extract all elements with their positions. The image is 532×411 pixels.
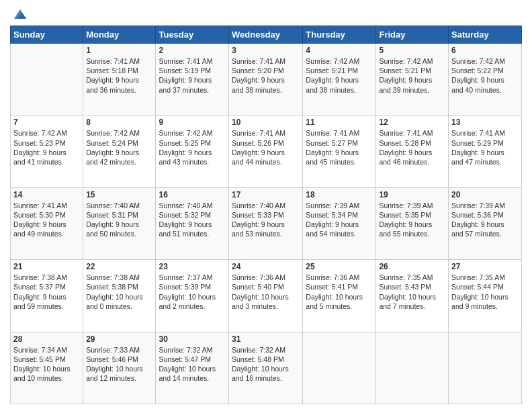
calendar-header-row: SundayMondayTuesdayWednesdayThursdayFrid… bbox=[11, 26, 522, 44]
calendar-cell: 20Sunrise: 7:39 AM Sunset: 5:36 PM Dayli… bbox=[449, 187, 522, 259]
day-number: 19 bbox=[379, 190, 445, 199]
calendar-cell: 13Sunrise: 7:41 AM Sunset: 5:29 PM Dayli… bbox=[449, 116, 522, 187]
day-info: Sunrise: 7:33 AM Sunset: 5:46 PM Dayligh… bbox=[86, 345, 152, 383]
calendar-week-row: 28Sunrise: 7:34 AM Sunset: 5:45 PM Dayli… bbox=[11, 332, 522, 404]
day-info: Sunrise: 7:41 AM Sunset: 5:18 PM Dayligh… bbox=[86, 56, 152, 95]
day-info: Sunrise: 7:32 AM Sunset: 5:47 PM Dayligh… bbox=[159, 345, 226, 383]
calendar-cell: 16Sunrise: 7:40 AM Sunset: 5:32 PM Dayli… bbox=[156, 187, 229, 259]
day-number: 3 bbox=[232, 46, 300, 55]
calendar-cell bbox=[376, 332, 449, 404]
calendar-cell bbox=[303, 332, 376, 404]
day-info: Sunrise: 7:42 AM Sunset: 5:24 PM Dayligh… bbox=[86, 128, 152, 167]
day-number: 14 bbox=[13, 190, 80, 199]
calendar-day-header: Sunday bbox=[11, 26, 83, 44]
day-number: 24 bbox=[232, 262, 300, 271]
calendar-cell: 3Sunrise: 7:41 AM Sunset: 5:20 PM Daylig… bbox=[229, 44, 303, 116]
day-info: Sunrise: 7:34 AM Sunset: 5:45 PM Dayligh… bbox=[13, 345, 80, 383]
day-info: Sunrise: 7:41 AM Sunset: 5:30 PM Dayligh… bbox=[13, 201, 80, 239]
calendar-cell: 21Sunrise: 7:38 AM Sunset: 5:37 PM Dayli… bbox=[11, 260, 83, 332]
calendar-cell: 7Sunrise: 7:42 AM Sunset: 5:23 PM Daylig… bbox=[11, 116, 83, 187]
calendar-cell: 8Sunrise: 7:42 AM Sunset: 5:24 PM Daylig… bbox=[83, 116, 156, 187]
calendar-cell: 1Sunrise: 7:41 AM Sunset: 5:18 PM Daylig… bbox=[83, 44, 156, 116]
day-info: Sunrise: 7:39 AM Sunset: 5:36 PM Dayligh… bbox=[451, 201, 519, 239]
day-info: Sunrise: 7:35 AM Sunset: 5:43 PM Dayligh… bbox=[379, 273, 445, 311]
day-info: Sunrise: 7:41 AM Sunset: 5:20 PM Dayligh… bbox=[232, 56, 300, 95]
header bbox=[10, 7, 522, 21]
day-info: Sunrise: 7:35 AM Sunset: 5:44 PM Dayligh… bbox=[451, 273, 519, 311]
calendar-day-header: Wednesday bbox=[229, 26, 303, 44]
day-info: Sunrise: 7:39 AM Sunset: 5:34 PM Dayligh… bbox=[306, 201, 373, 239]
day-number: 25 bbox=[306, 262, 373, 271]
calendar-week-row: 1Sunrise: 7:41 AM Sunset: 5:18 PM Daylig… bbox=[11, 44, 522, 116]
calendar-cell: 22Sunrise: 7:38 AM Sunset: 5:38 PM Dayli… bbox=[83, 260, 156, 332]
day-number: 12 bbox=[379, 118, 445, 127]
day-number: 10 bbox=[232, 118, 300, 127]
calendar-cell: 5Sunrise: 7:42 AM Sunset: 5:21 PM Daylig… bbox=[376, 44, 449, 116]
day-number: 13 bbox=[451, 118, 519, 127]
day-info: Sunrise: 7:40 AM Sunset: 5:32 PM Dayligh… bbox=[159, 201, 226, 239]
logo-icon bbox=[13, 7, 28, 21]
day-number: 21 bbox=[13, 262, 80, 271]
logo bbox=[10, 7, 28, 21]
calendar-cell: 11Sunrise: 7:41 AM Sunset: 5:27 PM Dayli… bbox=[303, 116, 376, 187]
calendar-cell: 26Sunrise: 7:35 AM Sunset: 5:43 PM Dayli… bbox=[376, 260, 449, 332]
day-number: 4 bbox=[306, 46, 373, 55]
day-number: 18 bbox=[306, 190, 373, 199]
day-number: 28 bbox=[13, 334, 80, 344]
day-number: 29 bbox=[86, 334, 152, 344]
day-number: 30 bbox=[159, 334, 226, 344]
calendar-cell: 6Sunrise: 7:42 AM Sunset: 5:22 PM Daylig… bbox=[449, 44, 522, 116]
day-number: 5 bbox=[379, 46, 445, 55]
day-number: 11 bbox=[306, 118, 373, 127]
calendar-table: SundayMondayTuesdayWednesdayThursdayFrid… bbox=[10, 26, 522, 404]
day-info: Sunrise: 7:40 AM Sunset: 5:31 PM Dayligh… bbox=[86, 201, 152, 239]
day-number: 16 bbox=[159, 190, 226, 199]
day-info: Sunrise: 7:42 AM Sunset: 5:21 PM Dayligh… bbox=[306, 56, 373, 95]
day-info: Sunrise: 7:37 AM Sunset: 5:39 PM Dayligh… bbox=[159, 273, 226, 311]
day-info: Sunrise: 7:41 AM Sunset: 5:28 PM Dayligh… bbox=[379, 128, 445, 167]
calendar-cell: 14Sunrise: 7:41 AM Sunset: 5:30 PM Dayli… bbox=[11, 187, 83, 259]
calendar-week-row: 21Sunrise: 7:38 AM Sunset: 5:37 PM Dayli… bbox=[11, 260, 522, 332]
calendar-day-header: Friday bbox=[376, 26, 449, 44]
calendar-cell: 31Sunrise: 7:32 AM Sunset: 5:48 PM Dayli… bbox=[229, 332, 303, 404]
day-info: Sunrise: 7:41 AM Sunset: 5:29 PM Dayligh… bbox=[451, 128, 519, 167]
calendar-cell: 19Sunrise: 7:39 AM Sunset: 5:35 PM Dayli… bbox=[376, 187, 449, 259]
calendar-day-header: Saturday bbox=[449, 26, 522, 44]
calendar-cell: 15Sunrise: 7:40 AM Sunset: 5:31 PM Dayli… bbox=[83, 187, 156, 259]
day-info: Sunrise: 7:40 AM Sunset: 5:33 PM Dayligh… bbox=[232, 201, 300, 239]
calendar-cell: 18Sunrise: 7:39 AM Sunset: 5:34 PM Dayli… bbox=[303, 187, 376, 259]
day-number: 23 bbox=[159, 262, 226, 271]
calendar-cell: 29Sunrise: 7:33 AM Sunset: 5:46 PM Dayli… bbox=[83, 332, 156, 404]
day-number: 17 bbox=[232, 190, 300, 199]
day-number: 27 bbox=[451, 262, 519, 271]
page: SundayMondayTuesdayWednesdayThursdayFrid… bbox=[0, 0, 532, 411]
day-info: Sunrise: 7:39 AM Sunset: 5:35 PM Dayligh… bbox=[379, 201, 445, 239]
calendar-week-row: 7Sunrise: 7:42 AM Sunset: 5:23 PM Daylig… bbox=[11, 116, 522, 187]
day-number: 9 bbox=[159, 118, 226, 127]
calendar-cell: 27Sunrise: 7:35 AM Sunset: 5:44 PM Dayli… bbox=[449, 260, 522, 332]
day-info: Sunrise: 7:36 AM Sunset: 5:40 PM Dayligh… bbox=[232, 273, 300, 311]
day-info: Sunrise: 7:42 AM Sunset: 5:22 PM Dayligh… bbox=[451, 56, 519, 95]
day-number: 20 bbox=[451, 190, 519, 199]
day-info: Sunrise: 7:41 AM Sunset: 5:26 PM Dayligh… bbox=[232, 128, 300, 167]
calendar-cell: 9Sunrise: 7:42 AM Sunset: 5:25 PM Daylig… bbox=[156, 116, 229, 187]
calendar-cell: 25Sunrise: 7:36 AM Sunset: 5:41 PM Dayli… bbox=[303, 260, 376, 332]
calendar-cell: 28Sunrise: 7:34 AM Sunset: 5:45 PM Dayli… bbox=[11, 332, 83, 404]
day-number: 8 bbox=[86, 118, 152, 127]
day-number: 6 bbox=[451, 46, 519, 55]
day-info: Sunrise: 7:38 AM Sunset: 5:37 PM Dayligh… bbox=[13, 273, 80, 311]
day-number: 22 bbox=[86, 262, 152, 271]
calendar-week-row: 14Sunrise: 7:41 AM Sunset: 5:30 PM Dayli… bbox=[11, 187, 522, 259]
day-number: 26 bbox=[379, 262, 445, 271]
calendar-cell: 10Sunrise: 7:41 AM Sunset: 5:26 PM Dayli… bbox=[229, 116, 303, 187]
day-info: Sunrise: 7:42 AM Sunset: 5:23 PM Dayligh… bbox=[13, 128, 80, 167]
day-info: Sunrise: 7:32 AM Sunset: 5:48 PM Dayligh… bbox=[232, 345, 300, 383]
day-number: 7 bbox=[13, 118, 80, 127]
day-info: Sunrise: 7:42 AM Sunset: 5:21 PM Dayligh… bbox=[379, 56, 445, 95]
calendar-cell bbox=[449, 332, 522, 404]
calendar-cell bbox=[11, 44, 83, 116]
day-number: 31 bbox=[232, 334, 300, 344]
calendar-day-header: Monday bbox=[83, 26, 156, 44]
day-info: Sunrise: 7:36 AM Sunset: 5:41 PM Dayligh… bbox=[306, 273, 373, 311]
calendar-cell: 2Sunrise: 7:41 AM Sunset: 5:19 PM Daylig… bbox=[156, 44, 229, 116]
